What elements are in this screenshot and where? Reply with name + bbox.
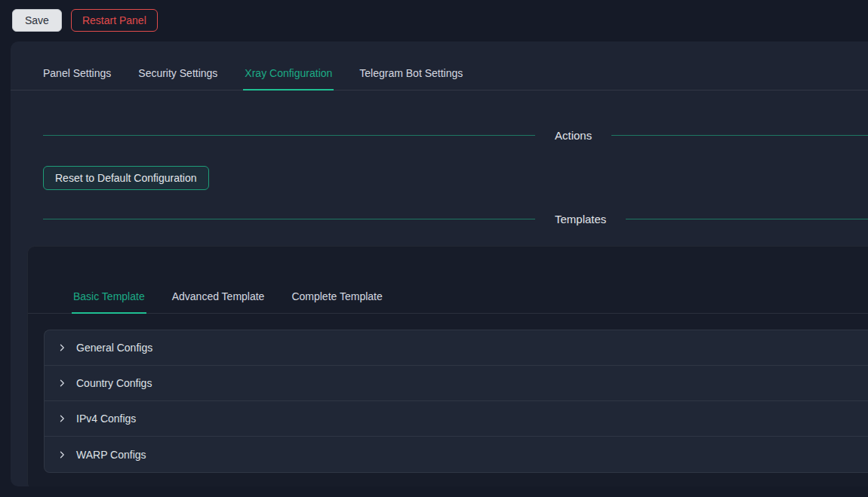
chevron-right-icon bbox=[57, 379, 66, 388]
chevron-right-icon bbox=[57, 343, 66, 352]
divider-line bbox=[43, 135, 535, 136]
template-collapse-list: General Configs Country Configs IPv4 Con… bbox=[44, 330, 868, 473]
chevron-right-icon bbox=[57, 414, 66, 423]
chevron-right-icon bbox=[57, 450, 66, 459]
tab-security-settings[interactable]: Security Settings bbox=[137, 58, 219, 91]
topbar: Save Restart Panel bbox=[0, 0, 868, 41]
collapse-country-configs[interactable]: Country Configs bbox=[45, 366, 868, 401]
tab-complete-template[interactable]: Complete Template bbox=[290, 281, 383, 314]
collapse-label: WARP Configs bbox=[76, 449, 146, 461]
templates-panel: Basic Template Advanced Template Complet… bbox=[27, 246, 868, 486]
actions-divider-label: Actions bbox=[555, 129, 592, 142]
collapse-ipv4-configs[interactable]: IPv4 Configs bbox=[45, 401, 868, 437]
template-tabs: Basic Template Advanced Template Complet… bbox=[28, 281, 868, 314]
restart-panel-button[interactable]: Restart Panel bbox=[71, 9, 158, 32]
collapse-warp-configs[interactable]: WARP Configs bbox=[45, 437, 868, 472]
collapse-label: IPv4 Configs bbox=[76, 413, 136, 425]
actions-divider: Actions bbox=[43, 129, 868, 142]
tab-advanced-template[interactable]: Advanced Template bbox=[171, 281, 266, 314]
divider-line bbox=[611, 135, 868, 136]
reset-default-config-button[interactable]: Reset to Default Configuration bbox=[43, 166, 209, 190]
divider-line bbox=[43, 219, 535, 219]
collapse-label: Country Configs bbox=[76, 377, 152, 389]
divider-line bbox=[626, 219, 868, 219]
tab-basic-template[interactable]: Basic Template bbox=[72, 281, 146, 314]
tab-xray-configuration[interactable]: Xray Configuration bbox=[243, 58, 334, 91]
collapse-label: General Configs bbox=[76, 342, 152, 354]
tab-telegram-bot-settings[interactable]: Telegram Bot Settings bbox=[358, 58, 464, 91]
save-button[interactable]: Save bbox=[12, 9, 62, 32]
tab-panel-settings[interactable]: Panel Settings bbox=[42, 58, 112, 91]
collapse-general-configs[interactable]: General Configs bbox=[45, 330, 868, 366]
templates-divider-label: Templates bbox=[555, 213, 606, 225]
settings-tabs: Panel Settings Security Settings Xray Co… bbox=[11, 58, 868, 91]
settings-card: Panel Settings Security Settings Xray Co… bbox=[11, 41, 868, 486]
templates-divider: Templates bbox=[43, 213, 868, 225]
